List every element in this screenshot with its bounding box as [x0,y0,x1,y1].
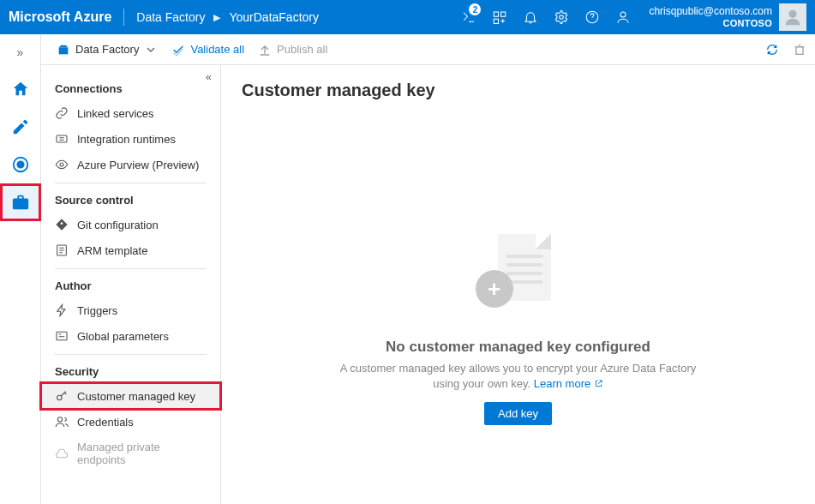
svg-rect-11 [57,135,67,142]
nav-git-config[interactable]: Git configuration [41,212,220,237]
panel-collapse-button[interactable]: « [206,70,212,83]
page-title: Customer managed key [242,81,794,100]
side-panel: « Connections Linked services Integratio… [41,65,221,504]
cloud-shell-button[interactable]: 2 [453,0,484,34]
validate-all-button[interactable]: Validate all [171,43,244,57]
factory-dropdown[interactable]: Data Factory [57,43,158,57]
directory-filter-button[interactable] [484,0,515,34]
nav-integration-runtimes[interactable]: Integration runtimes [41,126,220,152]
brand: Microsoft Azure [9,9,123,25]
add-key-button[interactable]: Add key [484,402,552,425]
svg-rect-14 [57,332,67,339]
account-tenant: CONTOSO [649,18,772,29]
svg-point-15 [57,395,62,399]
top-bar: Microsoft Azure Data Factory ▶ YourDataF… [0,0,815,34]
factory-label: Data Factory [75,43,139,56]
group-connections: Connections [41,74,220,100]
account-block[interactable]: chrisqpublic@contoso.com CONTOSO [649,6,772,28]
chevron-down-icon [144,43,158,57]
learn-more-link[interactable]: Learn more [534,377,603,390]
svg-rect-0 [494,12,499,16]
group-author: Author [41,271,220,297]
help-button[interactable] [577,0,608,34]
brand-divider [123,9,124,26]
nav-global-params[interactable]: Global parameters [41,323,220,349]
nav-customer-managed-key[interactable]: Customer managed key [41,383,220,409]
plus-icon: + [476,270,513,308]
chevron-right-icon: ▶ [213,12,220,23]
account-email: chrisqpublic@contoso.com [649,6,772,18]
avatar[interactable] [779,3,806,31]
svg-point-16 [57,417,62,422]
left-rail: » [0,34,41,504]
nav-managed-private-endpoints: Managed private endpoints [41,435,220,472]
svg-rect-10 [796,46,803,54]
notifications-button[interactable] [515,0,546,34]
svg-point-3 [560,15,564,20]
empty-illustration: + [467,229,570,323]
empty-state: + No customer managed key configured A c… [242,229,794,425]
nav-arm-template[interactable]: ARM template [41,237,220,263]
main-pane: Customer managed key + No customer manag… [221,65,815,504]
svg-point-8 [17,161,23,167]
nav-azure-purview[interactable]: Azure Purview (Preview) [41,152,220,177]
settings-button[interactable] [546,0,577,34]
breadcrumb-resource[interactable]: YourDataFactory [229,10,319,24]
publish-all-button[interactable]: Publish all [258,43,327,57]
rail-manage-button[interactable] [0,183,41,221]
discard-button[interactable] [793,43,806,57]
svg-point-5 [620,12,626,17]
refresh-button[interactable] [765,43,779,57]
group-security: Security [41,357,220,383]
empty-description: A customer managed key allows you to enc… [339,361,698,392]
nav-linked-services[interactable]: Linked services [41,100,220,126]
nav-credentials[interactable]: Credentials [41,409,220,435]
rail-expand-button[interactable]: » [17,39,24,65]
rail-monitor-button[interactable] [0,146,41,183]
nav-triggers[interactable]: Triggers [41,297,220,323]
svg-rect-1 [501,12,506,16]
factory-toolbar: Data Factory Validate all Publish all [41,34,815,65]
notif-badge: 2 [469,3,481,15]
svg-point-6 [788,10,796,18]
svg-rect-2 [494,19,499,23]
svg-point-12 [60,163,63,166]
svg-rect-9 [59,47,69,54]
empty-heading: No customer managed key configured [386,339,650,356]
rail-author-button[interactable] [0,108,41,146]
rail-home-button[interactable] [0,70,41,108]
group-source-control: Source control [41,185,220,212]
feedback-button[interactable] [608,0,638,34]
breadcrumb-service[interactable]: Data Factory [136,10,205,24]
